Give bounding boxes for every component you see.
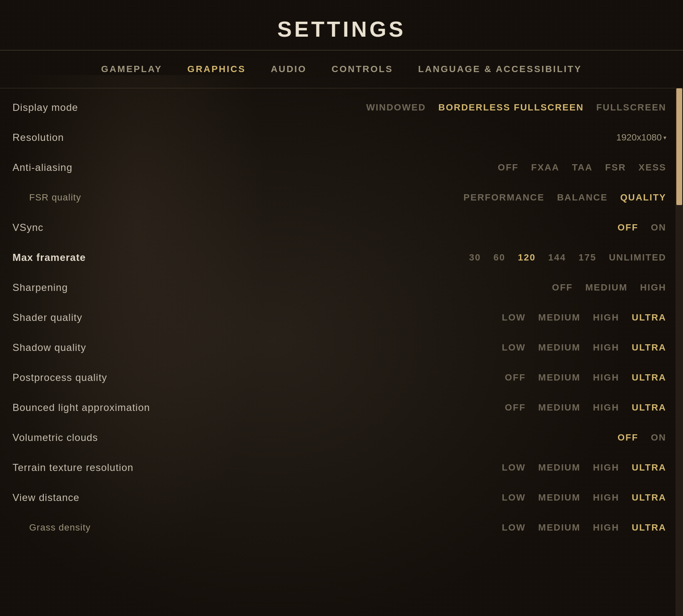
setting-display-mode: Display mode WINDOWED BORDERLESS FULLSCR… (0, 93, 683, 123)
setting-postprocess-quality: Postprocess quality OFF MEDIUM HIGH ULTR… (0, 363, 683, 393)
page-title: SETTINGS (0, 17, 683, 42)
label-view-distance: View distance (13, 492, 163, 503)
option-fps-144[interactable]: 144 (548, 252, 566, 263)
option-performance[interactable]: PERFORMANCE (464, 192, 545, 203)
option-bounce-ultra[interactable]: ULTRA (632, 402, 666, 413)
option-shader-low[interactable]: LOW (502, 312, 526, 323)
option-shadow-ultra[interactable]: ULTRA (632, 342, 666, 353)
label-fsr-quality: FSR quality (13, 192, 163, 203)
label-vsync: VSync (13, 222, 163, 233)
option-balance[interactable]: BALANCE (557, 192, 608, 203)
dropdown-arrow: ▾ (663, 134, 666, 141)
options-fsr-quality: PERFORMANCE BALANCE QUALITY (464, 192, 666, 203)
option-view-high[interactable]: HIGH (593, 492, 619, 503)
label-resolution: Resolution (13, 132, 163, 143)
option-post-high[interactable]: HIGH (593, 372, 619, 383)
option-post-medium[interactable]: MEDIUM (538, 372, 580, 383)
setting-shader-quality: Shader quality LOW MEDIUM HIGH ULTRA (0, 303, 683, 333)
option-fps-120[interactable]: 120 (518, 252, 536, 263)
option-shader-high[interactable]: HIGH (593, 312, 619, 323)
option-post-ultra[interactable]: ULTRA (632, 372, 666, 383)
option-shader-medium[interactable]: MEDIUM (538, 312, 580, 323)
option-terrain-high[interactable]: HIGH (593, 462, 619, 473)
option-grass-ultra[interactable]: ULTRA (632, 522, 666, 533)
option-fps-175[interactable]: 175 (579, 252, 597, 263)
option-sharp-medium[interactable]: MEDIUM (585, 282, 628, 293)
options-sharpening: OFF MEDIUM HIGH (552, 282, 666, 293)
setting-sharpening: Sharpening OFF MEDIUM HIGH (0, 273, 683, 303)
scrollbar-thumb[interactable] (676, 88, 682, 205)
label-anti-aliasing: Anti-aliasing (13, 162, 163, 173)
options-anti-aliasing: OFF FXAA TAA FSR XESS (498, 162, 666, 173)
option-bounce-medium[interactable]: MEDIUM (538, 402, 580, 413)
options-terrain-texture: LOW MEDIUM HIGH ULTRA (502, 462, 666, 473)
option-taa[interactable]: TAA (572, 162, 593, 173)
option-terrain-ultra[interactable]: ULTRA (632, 462, 666, 473)
options-shader-quality: LOW MEDIUM HIGH ULTRA (502, 312, 666, 323)
setting-view-distance: View distance LOW MEDIUM HIGH ULTRA (0, 483, 683, 513)
option-sharp-high[interactable]: HIGH (640, 282, 666, 293)
option-grass-high[interactable]: HIGH (593, 522, 619, 533)
option-clouds-on[interactable]: ON (651, 432, 666, 443)
option-terrain-low[interactable]: LOW (502, 462, 526, 473)
option-borderless[interactable]: BORDERLESS FULLSCREEN (438, 102, 584, 113)
option-aa-off[interactable]: OFF (498, 162, 519, 173)
option-fsr[interactable]: FSR (605, 162, 626, 173)
option-vsync-on[interactable]: ON (651, 222, 666, 233)
options-max-framerate: 30 60 120 144 175 UNLIMITED (469, 252, 666, 263)
options-postprocess-quality: OFF MEDIUM HIGH ULTRA (505, 372, 666, 383)
tab-language[interactable]: LANGUAGE & ACCESSIBILITY (418, 64, 582, 75)
label-sharpening: Sharpening (13, 282, 163, 293)
option-fps-30[interactable]: 30 (469, 252, 481, 263)
options-bounced-light: OFF MEDIUM HIGH ULTRA (505, 402, 666, 413)
label-terrain-texture: Terrain texture resolution (13, 462, 163, 473)
tab-graphics[interactable]: GRAPHICS (187, 64, 246, 75)
option-fps-unlimited[interactable]: UNLIMITED (609, 252, 666, 263)
tab-controls[interactable]: CONTROLS (331, 64, 393, 75)
scrollbar[interactable] (675, 88, 683, 616)
option-grass-low[interactable]: LOW (502, 522, 526, 533)
option-grass-medium[interactable]: MEDIUM (538, 522, 580, 533)
resolution-dropdown[interactable]: 1920x1080 ▾ (616, 132, 666, 143)
option-shader-ultra[interactable]: ULTRA (632, 312, 666, 323)
option-view-low[interactable]: LOW (502, 492, 526, 503)
option-shadow-low[interactable]: LOW (502, 342, 526, 353)
setting-fsr-quality: FSR quality PERFORMANCE BALANCE QUALITY (0, 183, 683, 213)
options-display-mode: WINDOWED BORDERLESS FULLSCREEN FULLSCREE… (366, 102, 666, 113)
options-grass-density: LOW MEDIUM HIGH ULTRA (502, 522, 666, 533)
label-postprocess-quality: Postprocess quality (13, 372, 163, 383)
options-shadow-quality: LOW MEDIUM HIGH ULTRA (502, 342, 666, 353)
tab-audio[interactable]: AUDIO (271, 64, 306, 75)
nav-tabs: GAMEPLAY GRAPHICS AUDIO CONTROLS LANGUAG… (0, 50, 683, 88)
option-terrain-medium[interactable]: MEDIUM (538, 462, 580, 473)
option-fps-60[interactable]: 60 (494, 252, 505, 263)
option-view-medium[interactable]: MEDIUM (538, 492, 580, 503)
resolution-value: 1920x1080 (616, 132, 662, 143)
option-shadow-high[interactable]: HIGH (593, 342, 619, 353)
options-vsync: OFF ON (618, 222, 666, 233)
option-vsync-off[interactable]: OFF (618, 222, 638, 233)
option-post-off[interactable]: OFF (505, 372, 526, 383)
setting-grass-density: Grass density LOW MEDIUM HIGH ULTRA (0, 513, 683, 543)
option-bounce-high[interactable]: HIGH (593, 402, 619, 413)
option-bounce-off[interactable]: OFF (505, 402, 526, 413)
setting-volumetric-clouds: Volumetric clouds OFF ON (0, 423, 683, 453)
option-sharp-off[interactable]: OFF (552, 282, 573, 293)
setting-anti-aliasing: Anti-aliasing OFF FXAA TAA FSR XESS (0, 153, 683, 183)
option-quality[interactable]: QUALITY (620, 192, 666, 203)
setting-resolution: Resolution 1920x1080 ▾ (0, 123, 683, 153)
label-grass-density: Grass density (13, 522, 163, 533)
label-volumetric-clouds: Volumetric clouds (13, 432, 163, 443)
option-fullscreen[interactable]: FULLSCREEN (596, 102, 666, 113)
option-fxaa[interactable]: FXAA (531, 162, 560, 173)
label-display-mode: Display mode (13, 102, 163, 113)
tab-gameplay[interactable]: GAMEPLAY (101, 64, 163, 75)
option-xess[interactable]: XESS (638, 162, 666, 173)
option-shadow-medium[interactable]: MEDIUM (538, 342, 580, 353)
settings-content: Display mode WINDOWED BORDERLESS FULLSCR… (0, 88, 683, 616)
option-clouds-off[interactable]: OFF (618, 432, 638, 443)
option-windowed[interactable]: WINDOWED (366, 102, 426, 113)
label-shader-quality: Shader quality (13, 312, 163, 323)
option-view-ultra[interactable]: ULTRA (632, 492, 666, 503)
setting-vsync: VSync OFF ON (0, 213, 683, 243)
